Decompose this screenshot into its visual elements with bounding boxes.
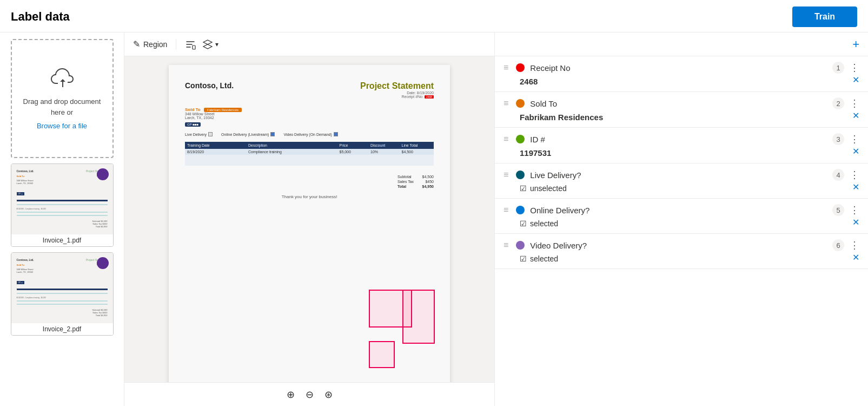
label-close-button-0[interactable]: ✕ — [852, 75, 859, 85]
inv-gp-badge: GP ■■■ — [185, 122, 201, 127]
drag-handle-0[interactable]: ≡ — [503, 63, 508, 73]
thumb-dot-1 — [97, 168, 109, 180]
label-value-row-2: 1197531✕ — [503, 145, 859, 158]
doc-viewer[interactable]: Contoso, Ltd. Project Statement Date: 8/… — [124, 56, 494, 382]
inv-thanks: Thank you for your business! — [185, 194, 434, 199]
label-number-0: 1 — [832, 62, 844, 74]
label-value-row-0: 2468✕ — [503, 74, 859, 86]
label-number-4: 5 — [832, 204, 844, 216]
video-delivery-item: Video Delivery (On Demand) — [283, 132, 337, 136]
label-value-text-1: Fabrikam Residences — [520, 113, 603, 122]
label-icon-btn[interactable] — [185, 39, 196, 50]
label-header-2: ≡ID #3⋮ — [503, 133, 859, 145]
subtotal-row: Subtotal $4,500 — [397, 174, 434, 179]
table-row-1: 8/19/2020 Compliance training $5,000 10%… — [185, 149, 434, 155]
region-icon: ✎ — [133, 39, 140, 49]
label-menu-button-0[interactable]: ⋮ — [850, 62, 859, 74]
label-item-0: ≡Receipt No1⋮2468✕ — [495, 56, 868, 92]
add-label-button[interactable]: + — [852, 37, 859, 51]
label-value-text-4: selected — [530, 219, 558, 228]
label-item-3: ≡Live Delivery?4⋮☑unselected✕ — [495, 163, 868, 199]
label-header-3: ≡Live Delivery?4⋮ — [503, 169, 859, 181]
live-delivery-item: Live Delivery — [185, 132, 213, 136]
selection-box-3 — [402, 290, 435, 344]
label-value-row-3: ☑unselected✕ — [503, 181, 859, 193]
upload-area[interactable]: Drag and drop document here or Browse fo… — [11, 39, 114, 158]
region-tool[interactable]: ✎ Region — [133, 39, 167, 49]
label-close-button-2[interactable]: ✕ — [852, 146, 859, 156]
label-menu-button-2[interactable]: ⋮ — [850, 133, 859, 145]
table-row-3 — [185, 160, 434, 166]
label-name-2: ID # — [530, 135, 827, 144]
table-header: Training Date Description Price Discount… — [185, 142, 434, 149]
delivery-row: Live Delivery Online Delivery (Livestrea… — [185, 132, 434, 136]
checkbox-value-5: ☑selected — [520, 254, 558, 263]
label-menu-button-5[interactable]: ⋮ — [850, 239, 859, 251]
file-thumb-1[interactable]: Contoso, Ltd. Project Statement Sold To … — [11, 163, 114, 247]
selection-box-2 — [369, 341, 395, 368]
right-panel: + ≡Receipt No1⋮2468✕≡Sold To2⋮Fabrikam R… — [495, 32, 868, 406]
train-button[interactable]: Train — [792, 6, 857, 27]
inv-meta: Date: 8/19/2020Receipt #No: 2468 — [360, 91, 434, 99]
label-name-0: Receipt No — [530, 63, 827, 73]
checkbox-value-4: ☑selected — [520, 219, 558, 228]
label-value-text-5: selected — [530, 254, 558, 263]
online-delivery-item: Online Delivery (Livestream) — [221, 132, 275, 136]
label-item-4: ≡Online Delivery?5⋮☑selected✕ — [495, 199, 868, 234]
mini-invoice-2: Contoso, Ltd. Project Statement Sold To … — [15, 256, 110, 319]
label-color-dot-3 — [516, 171, 525, 179]
label-color-dot-0 — [516, 63, 525, 72]
label-name-4: Online Delivery? — [530, 206, 827, 215]
svg-rect-0 — [193, 45, 195, 49]
label-name-3: Live Delivery? — [530, 171, 827, 180]
label-menu-button-3[interactable]: ⋮ — [850, 169, 859, 181]
inv-title: Project Statement — [360, 81, 434, 91]
layers-btn[interactable]: ▾ — [202, 39, 218, 50]
file-thumb-2[interactable]: Contoso, Ltd. Project Statement Sold To … — [11, 252, 114, 336]
target-button[interactable]: ⊛ — [324, 389, 333, 401]
inv-header: Contoso, Ltd. Project Statement Date: 8/… — [185, 81, 434, 99]
label-value-text-3: unselected — [530, 184, 567, 193]
label-color-dot-5 — [516, 241, 525, 250]
label-close-button-4[interactable]: ✕ — [852, 217, 859, 227]
label-menu-button-4[interactable]: ⋮ — [850, 204, 859, 216]
page-title: Label data — [11, 10, 70, 24]
region-label: Region — [143, 40, 167, 49]
label-header-4: ≡Online Delivery?5⋮ — [503, 204, 859, 216]
center-footer: ⊕ ⊖ ⊛ — [124, 382, 494, 406]
drag-handle-5[interactable]: ≡ — [503, 240, 508, 250]
drag-handle-3[interactable]: ≡ — [503, 170, 508, 180]
sold-to-label: Sold To — [185, 107, 201, 112]
drag-handle-1[interactable]: ≡ — [503, 99, 508, 108]
check-icon-5: ☑ — [520, 254, 527, 263]
label-menu-button-1[interactable]: ⋮ — [850, 97, 859, 109]
thumb-img-2: Contoso, Ltd. Project Statement Sold To … — [11, 253, 113, 323]
right-toolbar: + — [495, 32, 868, 56]
app-header: Label data Train — [0, 0, 868, 32]
label-close-button-5[interactable]: ✕ — [852, 252, 859, 263]
label-value-row-4: ☑selected✕ — [503, 216, 859, 228]
zoom-in-button[interactable]: ⊕ — [287, 389, 295, 401]
left-panel: Drag and drop document here or Browse fo… — [0, 32, 124, 406]
center-toolbar: ✎ Region ▾ — [124, 32, 494, 56]
label-number-2: 3 — [832, 133, 844, 145]
drag-handle-2[interactable]: ≡ — [503, 134, 508, 144]
label-value-row-5: ☑selected✕ — [503, 251, 859, 263]
label-close-button-3[interactable]: ✕ — [852, 182, 859, 192]
label-color-dot-2 — [516, 135, 525, 143]
table-row-2 — [185, 155, 434, 160]
browse-link[interactable]: Browse for a file — [37, 122, 87, 130]
label-header-5: ≡Video Delivery?6⋮ — [503, 239, 859, 251]
drag-text: Drag and drop document here or — [21, 96, 104, 117]
checkbox-value-3: ☑unselected — [520, 184, 567, 193]
video-delivery-checkbox — [334, 132, 338, 136]
zoom-out-button[interactable]: ⊖ — [306, 389, 314, 401]
sales-tax-row: Sales Tax $450 — [397, 179, 434, 184]
thumb-dot-2 — [97, 257, 109, 269]
file-label-1: Invoice_1.pdf — [11, 234, 113, 246]
drag-handle-4[interactable]: ≡ — [503, 205, 508, 215]
label-close-button-1[interactable]: ✕ — [852, 110, 859, 121]
upload-icon — [49, 67, 75, 92]
label-value-text-0: 2468 — [520, 77, 538, 86]
label-header-1: ≡Sold To2⋮ — [503, 97, 859, 109]
